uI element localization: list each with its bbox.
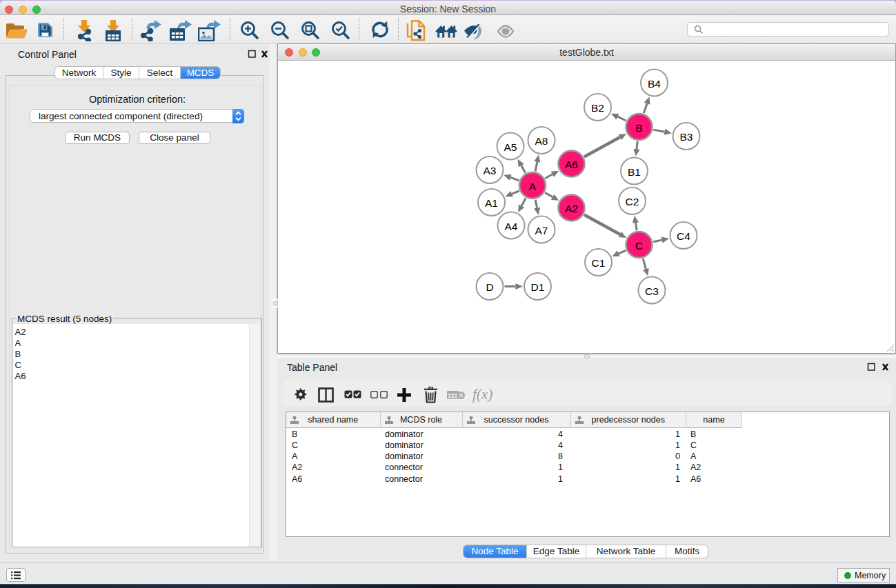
svg-text:C3: C3 (645, 285, 659, 297)
svg-text:C: C (635, 240, 643, 252)
svg-text:C1: C1 (592, 257, 606, 269)
svg-text:A1: A1 (485, 197, 498, 209)
svg-text:A7: A7 (535, 225, 548, 236)
svg-text:C4: C4 (677, 230, 690, 242)
svg-text:B2: B2 (591, 102, 604, 114)
svg-text:A3: A3 (484, 165, 497, 176)
svg-text:B3: B3 (680, 131, 693, 143)
svg-text:A4: A4 (505, 221, 518, 232)
svg-text:D: D (486, 281, 493, 293)
svg-text:A2: A2 (565, 203, 578, 214)
svg-text:A8: A8 (535, 135, 548, 147)
svg-text:B4: B4 (648, 78, 661, 90)
svg-text:A6: A6 (565, 159, 578, 170)
svg-text:B: B (635, 122, 642, 134)
svg-text:B1: B1 (628, 166, 641, 178)
svg-text:C2: C2 (626, 196, 639, 207)
svg-text:D1: D1 (531, 281, 545, 293)
svg-text:A5: A5 (504, 141, 517, 153)
svg-text:A: A (529, 181, 537, 192)
